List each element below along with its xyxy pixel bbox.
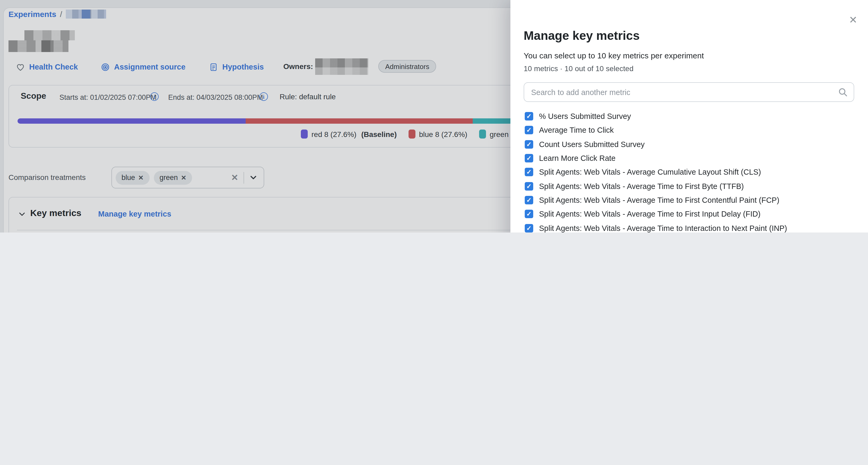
metric-label: Learn More Click Rate — [539, 154, 616, 163]
metric-search — [524, 82, 854, 102]
metric-label: Split Agents: Web Vitals - Average Time … — [539, 224, 787, 232]
search-input[interactable] — [524, 82, 854, 102]
checkbox-checked-icon[interactable]: ✓ — [525, 112, 533, 120]
metric-checkbox-row[interactable]: ✓Split Agents: Web Vitals - Average Time… — [525, 193, 858, 207]
metric-checkbox-row[interactable]: ✓% Users Submitted Survey — [525, 109, 858, 123]
panel-title: Manage key metrics — [524, 29, 640, 43]
checkbox-checked-icon[interactable]: ✓ — [525, 140, 533, 148]
checkbox-checked-icon[interactable]: ✓ — [525, 182, 533, 190]
close-icon[interactable]: ✕ — [847, 14, 860, 27]
checkbox-checked-icon[interactable]: ✓ — [525, 196, 533, 204]
checkbox-checked-icon[interactable]: ✓ — [525, 154, 533, 163]
metric-label: Split Agents: Web Vitals - Average Cumul… — [539, 168, 761, 176]
metric-label: Average Time to Click — [539, 126, 614, 135]
metric-checkbox-row[interactable]: ✓Split Agents: Web Vitals - Average Cumu… — [525, 165, 858, 179]
modal-backdrop — [0, 0, 510, 233]
metric-checkbox-row[interactable]: ✓Split Agents: Web Vitals - Average Time… — [525, 207, 858, 221]
checkbox-checked-icon[interactable]: ✓ — [525, 126, 533, 135]
metrics-count-text: 10 metrics · 10 out of 10 selected — [524, 64, 633, 73]
metric-label: Split Agents: Web Vitals - Average Time … — [539, 196, 779, 204]
metric-checkbox-row[interactable]: ✓Split Agents: Web Vitals - Average Time… — [525, 221, 858, 233]
metric-label: Count Users Submitted Survey — [539, 140, 645, 148]
metric-checkbox-row[interactable]: ✓Learn More Click Rate — [525, 151, 858, 165]
search-icon — [838, 87, 848, 97]
metric-checkbox-list: ✓% Users Submitted Survey✓Average Time t… — [525, 109, 858, 233]
manage-key-metrics-panel: ✕ Manage key metrics You can select up t… — [510, 0, 868, 233]
checkbox-checked-icon[interactable]: ✓ — [525, 224, 533, 232]
checkbox-checked-icon[interactable]: ✓ — [525, 210, 533, 218]
metric-label: Split Agents: Web Vitals - Average Time … — [539, 182, 744, 190]
metric-checkbox-row[interactable]: ✓Average Time to Click — [525, 123, 858, 138]
panel-subtitle: You can select up to 10 key metrics per … — [524, 51, 704, 60]
checkbox-checked-icon[interactable]: ✓ — [525, 168, 533, 176]
metric-label: Split Agents: Web Vitals - Average Time … — [539, 210, 761, 218]
metric-label: % Users Submitted Survey — [539, 112, 631, 120]
metric-checkbox-row[interactable]: ✓Count Users Submitted Survey — [525, 137, 858, 151]
metric-checkbox-row[interactable]: ✓Split Agents: Web Vitals - Average Time… — [525, 179, 858, 193]
